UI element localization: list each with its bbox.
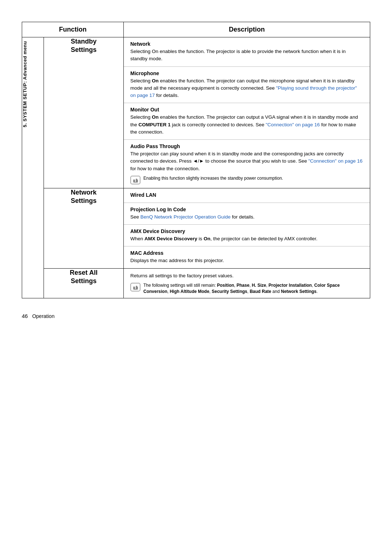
section-body: See BenQ Network Projector Operation Gui… [130, 213, 363, 221]
footer-page-number: 46 [22, 313, 28, 319]
function-cell: StandbySettings [44, 37, 124, 188]
note-text: The following settings will still remain… [143, 282, 363, 295]
section-title: Network [130, 41, 363, 47]
section-body: Selecting On enables the function. The p… [130, 48, 363, 63]
blue-link[interactable]: "Playing sound through the projector" on… [130, 85, 357, 98]
note-box: Enabling this function slightly increase… [130, 175, 363, 184]
table-row: NetworkSettingsWired LANProjection Log I… [22, 188, 370, 268]
blue-link[interactable]: "Connection" on page 16 [309, 158, 363, 164]
desc-section: AMX Device DiscoveryWhen AMX Device Disc… [124, 225, 370, 246]
section-title: Projection Log In Code [130, 207, 363, 212]
function-label: Reset AllSettings [70, 269, 97, 285]
section-body: Displays the mac address for this projec… [130, 257, 363, 264]
function-header: Function [22, 22, 124, 37]
function-cell: NetworkSettings [44, 188, 124, 268]
sidebar-col: 5. SYSTEM SETUP: Advanced menu [22, 37, 44, 298]
footer: 46 Operation [22, 313, 370, 319]
desc-section: Projection Log In CodeSee BenQ Network P… [124, 203, 370, 224]
table-row: 5. SYSTEM SETUP: Advanced menuStandbySet… [22, 37, 370, 188]
svg-rect-1 [131, 283, 140, 291]
function-header-label: Function [59, 26, 87, 33]
desc-inner-table: Returns all settings to the factory pres… [124, 269, 370, 298]
function-label: StandbySettings [71, 38, 97, 53]
bold-text: COMPUTER 1 [139, 122, 171, 127]
section-body: Selecting On enables the function. The p… [130, 77, 363, 99]
description-cell: NetworkSelecting On enables the function… [124, 37, 370, 188]
desc-inner-table: Wired LANProjection Log In CodeSee BenQ … [124, 188, 370, 268]
section-title: Wired LAN [130, 192, 363, 198]
description-cell: Returns all settings to the factory pres… [124, 268, 370, 298]
note-box: The following settings will still remain… [130, 282, 363, 295]
section-body: The projector can play sound when it is … [130, 150, 363, 172]
desc-section: MicrophoneSelecting On enables the funct… [124, 66, 370, 103]
sidebar-label: 5. SYSTEM SETUP: Advanced menu [22, 37, 28, 131]
section-title: Audio Pass Through [130, 143, 363, 149]
description-header: Description [124, 22, 370, 37]
section-title: MAC Address [130, 250, 363, 256]
desc-section: Returns all settings to the factory pres… [124, 269, 370, 298]
bold-text: On [152, 78, 159, 83]
section-body: When AMX Device Discovery is On, the pro… [130, 235, 363, 242]
desc-inner-table: NetworkSelecting On enables the function… [124, 37, 370, 188]
bold-text: AMX Device Discovery [144, 236, 197, 241]
main-table: Function Description 5. SYSTEM SETUP: Ad… [22, 22, 370, 298]
blue-link[interactable]: BenQ Network Projector Operation Guide [140, 214, 230, 220]
description-header-label: Description [229, 26, 265, 33]
desc-section: MAC AddressDisplays the mac address for … [124, 246, 370, 268]
section-body: Returns all settings to the factory pres… [130, 272, 363, 279]
desc-section: Monitor OutSelecting On enables the func… [124, 103, 370, 140]
description-cell: Wired LANProjection Log In CodeSee BenQ … [124, 188, 370, 268]
note-text: Enabling this function slightly increase… [143, 175, 283, 181]
bold-text: On [204, 236, 211, 241]
svg-rect-0 [131, 176, 140, 184]
bold-text: On [152, 114, 159, 120]
section-title: Monitor Out [130, 107, 363, 113]
desc-section: Audio Pass ThroughThe projector can play… [124, 140, 370, 188]
section-title: Microphone [130, 70, 363, 76]
table-row: Reset AllSettingsReturns all settings to… [22, 268, 370, 298]
note-icon [130, 283, 140, 291]
footer-label: Operation [32, 313, 54, 319]
note-icon [130, 176, 140, 184]
desc-section: Wired LAN [124, 188, 370, 203]
function-label: NetworkSettings [71, 189, 97, 204]
function-cell: Reset AllSettings [44, 268, 124, 298]
section-body: Selecting On enables the function. The p… [130, 114, 363, 136]
section-title: AMX Device Discovery [130, 228, 363, 234]
desc-section: NetworkSelecting On enables the function… [124, 37, 370, 66]
blue-link[interactable]: "Connection" on page 16 [266, 122, 320, 127]
